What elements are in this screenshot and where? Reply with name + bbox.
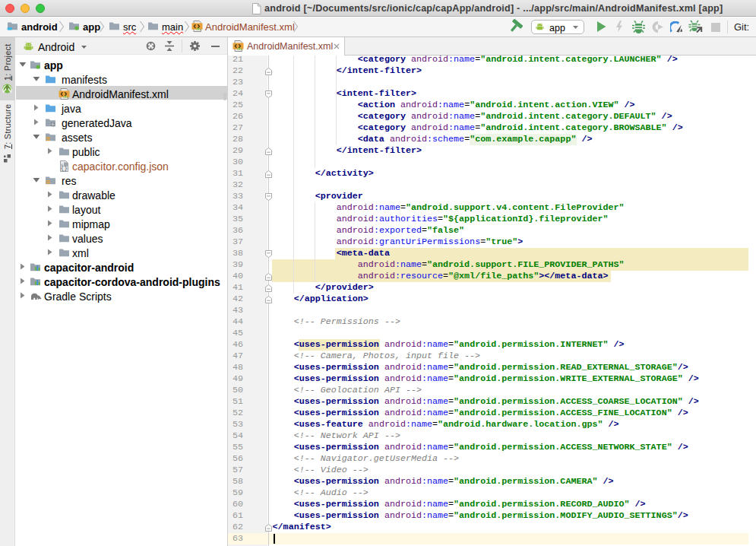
svg-text:{}: {} xyxy=(60,164,68,171)
